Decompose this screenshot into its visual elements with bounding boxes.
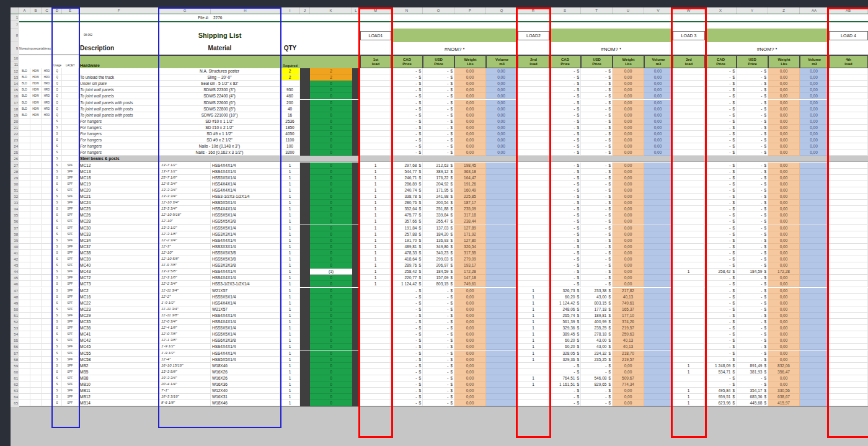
cell-C56[interactable] — [42, 344, 53, 350]
cell-cad3-56[interactable]: -$ — [705, 344, 737, 350]
cell-B49[interactable] — [30, 300, 42, 306]
cell-usd1-34[interactable]: 251,88$ — [423, 206, 454, 212]
cell-load3-60[interactable]: 1 — [673, 369, 705, 375]
cell-balance-32[interactable]: 0 — [310, 194, 352, 200]
cell-C24[interactable] — [42, 143, 53, 149]
cell-qty-63[interactable]: 1 — [280, 388, 300, 394]
cell-load3-16[interactable] — [673, 93, 705, 99]
cell-E17[interactable] — [62, 100, 79, 106]
cell-cad1-46[interactable]: 1 124,42$ — [391, 281, 423, 287]
section-row-label-26[interactable]: Steel beams & posts — [79, 156, 868, 162]
cell-cad2-49[interactable]: 1 124,42$ — [549, 300, 581, 306]
cell-H49[interactable]: HSS4X4X1/4 — [211, 300, 280, 306]
cell-A46[interactable] — [19, 281, 30, 287]
cell-F53[interactable]: MC36 — [79, 325, 159, 331]
cell-C19[interactable]: HRD — [42, 112, 53, 118]
cell-A27[interactable] — [19, 163, 30, 169]
cell-E40[interactable]: SPF — [62, 244, 79, 250]
cell-H63[interactable]: W12X40 — [211, 388, 280, 394]
load1-tag[interactable]: LOAD1 — [360, 31, 391, 40]
cell-A57[interactable] — [19, 350, 30, 357]
cell-B27[interactable] — [30, 163, 42, 169]
cell-material-23[interactable]: SD #9 x 2 1/2" — [159, 137, 280, 143]
cell-J65[interactable] — [300, 400, 310, 406]
cell-load1-61[interactable] — [360, 375, 391, 381]
cell-usd1-38[interactable]: 184,20$ — [423, 231, 454, 238]
cell-weight3-62[interactable]: 0,00 — [768, 381, 800, 388]
cell-usd3-42[interactable]: -$ — [737, 256, 768, 262]
cell-weight3-57[interactable]: 0,00 — [768, 350, 800, 357]
cell-L36[interactable] — [352, 218, 360, 225]
cell-weight1-54[interactable]: 0,00 — [454, 331, 486, 337]
cell-load4-12[interactable] — [829, 68, 868, 74]
cell-load1-14[interactable] — [360, 81, 391, 87]
qty-header[interactable]: QTY — [280, 42, 300, 55]
cell-usd3-55[interactable]: -$ — [737, 337, 768, 344]
cell-E22[interactable] — [62, 131, 79, 137]
cell-weight2-36[interactable]: 0,00 — [613, 218, 644, 225]
cell-qty-42[interactable]: 1 — [280, 256, 300, 262]
cell-usd2-21[interactable]: -$ — [581, 125, 613, 131]
cell-balance-48[interactable]: 0 — [310, 294, 352, 300]
cell-L21[interactable] — [352, 125, 360, 131]
cell-B61[interactable] — [30, 375, 42, 381]
cell-load1-27[interactable]: 1 — [360, 163, 391, 169]
cell-weight3-24[interactable]: 0,00 — [768, 143, 800, 149]
cell-volume1-45[interactable] — [486, 275, 518, 281]
cell-G42[interactable]: 12'-10 5/8" — [159, 256, 211, 262]
cell-volume2-64[interactable] — [644, 394, 673, 400]
cell-B50[interactable] — [30, 306, 42, 313]
cell-qty-17[interactable]: 200 — [280, 100, 300, 106]
cell-C34[interactable] — [42, 206, 53, 212]
cell-C41[interactable] — [42, 250, 53, 256]
cell-usd1-48[interactable]: -$ — [423, 294, 454, 300]
cell-cad2-35[interactable]: -$ — [549, 212, 581, 218]
cell-J14[interactable] — [300, 81, 310, 87]
cell-G40[interactable]: 12'-3" — [159, 244, 211, 250]
cell-usd3-23[interactable]: -$ — [737, 137, 768, 143]
cell-volume1-39[interactable] — [486, 238, 518, 244]
cell-A31[interactable] — [19, 187, 30, 194]
cell-volume3-36[interactable] — [800, 218, 829, 225]
row-number-39[interactable]: 39 — [11, 238, 18, 244]
cell-volume1-23[interactable]: 0,00 — [486, 137, 518, 143]
cell-volume1-31[interactable] — [486, 187, 518, 194]
cell-weight2-27[interactable]: 0,00 — [613, 163, 644, 169]
cell-E36[interactable]: SPF — [62, 218, 79, 225]
cell-load3-64[interactable]: 1 — [673, 394, 705, 400]
cell-balance-37[interactable]: 0 — [310, 225, 352, 231]
cell-balance-18[interactable]: 0 — [310, 106, 352, 112]
cell-volume3-42[interactable] — [800, 256, 829, 262]
cell-usd1-17[interactable]: -$ — [423, 100, 454, 106]
cell-load4-42[interactable] — [829, 256, 868, 262]
cell-J54[interactable] — [300, 331, 310, 337]
cell-balance-63[interactable]: 0 — [310, 388, 352, 394]
cell-load2-54[interactable]: 1 — [518, 331, 549, 337]
header-cad-price-1[interactable]: CADPrice — [391, 55, 423, 68]
cell-usd2-61[interactable]: 546,08$ — [581, 375, 613, 381]
cell-volume3-20[interactable]: 0,00 — [800, 118, 829, 125]
cell-volume2-37[interactable] — [644, 225, 673, 231]
cell-B62[interactable] — [30, 381, 42, 388]
cell-C48[interactable] — [42, 294, 53, 300]
cell-volume1-25[interactable]: 0,00 — [486, 149, 518, 156]
cell-weight1-42[interactable]: 279,09 — [454, 256, 486, 262]
cell-H53[interactable]: HSS5X5X1/4 — [211, 325, 280, 331]
cell-E51[interactable]: SPF — [62, 313, 79, 319]
cell-load1-43[interactable]: 1 — [360, 262, 391, 269]
row-number-7[interactable]: 7 — [11, 21, 18, 29]
cell-volume1-18[interactable]: 0,00 — [486, 106, 518, 112]
cell-load2-44[interactable] — [518, 269, 549, 275]
cell-D62[interactable]: S — [53, 381, 62, 388]
cell-L23[interactable] — [352, 137, 360, 143]
cell-load1-45[interactable]: 1 — [360, 275, 391, 281]
cell-volume2-23[interactable]: 0,00 — [644, 137, 673, 143]
cell-volume2-27[interactable] — [644, 163, 673, 169]
cell-J34[interactable] — [300, 206, 310, 212]
cell-cad3-31[interactable]: -$ — [705, 187, 737, 194]
cell-load3-28[interactable] — [673, 169, 705, 175]
cell-volume1-62[interactable] — [486, 381, 518, 388]
cell-volume2-50[interactable] — [644, 306, 673, 313]
cell-weight1-28[interactable]: 363,18 — [454, 169, 486, 175]
cell-balance-20[interactable]: 0 — [310, 118, 352, 125]
